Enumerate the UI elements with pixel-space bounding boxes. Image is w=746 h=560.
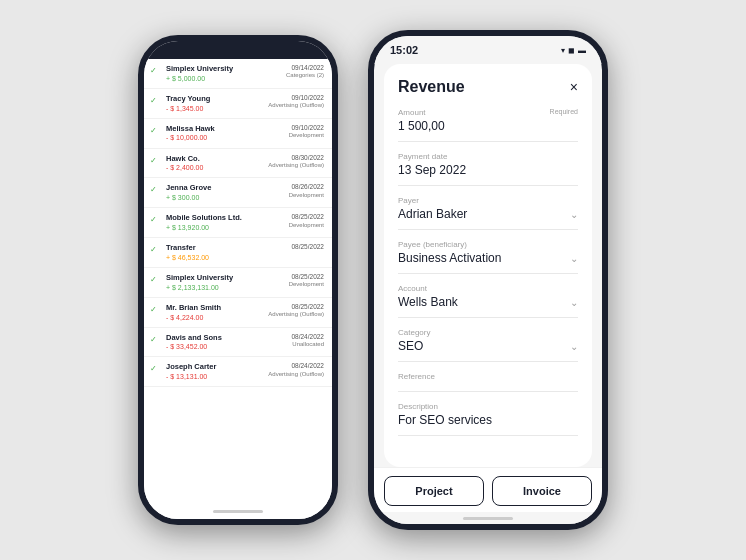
tx-amount: - $ 33,452.00 (166, 342, 287, 351)
tx-name: Davis and Sons (166, 333, 287, 343)
field-row: 13 Sep 2022 (398, 163, 578, 177)
tx-date: 08/26/2022 (289, 183, 324, 191)
field-row: Adrian Baker⌄ (398, 207, 578, 221)
transaction-item: ✓ Hawk Co. - $ 2,400.00 08/30/2022 Adver… (144, 149, 332, 179)
tx-date: 08/25/2022 (291, 243, 324, 251)
check-icon: ✓ (150, 305, 162, 314)
field-group[interactable]: CategorySEO⌄ (398, 328, 578, 362)
tx-right: 08/24/2022 Advertising (Outflow) (268, 362, 324, 378)
tx-info: Jenna Grove + $ 300.00 (166, 183, 285, 202)
required-label: Required (550, 108, 578, 115)
tx-date: 08/24/2022 (291, 333, 324, 341)
tx-info: Joseph Carter - $ 13,131.00 (166, 362, 264, 381)
field-group[interactable]: AmountRequired1 500,00 (398, 108, 578, 142)
home-bar-right (463, 517, 513, 520)
field-label: Payment date (398, 152, 578, 161)
tx-right: 09/14/2022 Categories (2) (286, 64, 324, 80)
wifi-icon: ▾ (561, 46, 565, 55)
field-row: Wells Bank⌄ (398, 295, 578, 309)
field-value: Business Activation (398, 251, 501, 265)
transaction-item: ✓ Melissa Hawk - $ 10,000.00 09/10/2022 … (144, 119, 332, 149)
field-group[interactable]: DescriptionFor SEO services (398, 402, 578, 436)
chevron-down-icon: ⌄ (570, 297, 578, 308)
tx-date: 09/14/2022 (286, 64, 324, 72)
field-value: Adrian Baker (398, 207, 467, 221)
tx-name: Melissa Hawk (166, 124, 285, 134)
transaction-item: ✓ Tracy Young - $ 1,345.00 09/10/2022 Ad… (144, 89, 332, 119)
tx-right: 08/24/2022 Unallocated (291, 333, 324, 349)
tx-category: Development (289, 192, 324, 200)
tx-info: Simplex University + $ 5,000.00 (166, 64, 282, 83)
tx-info: Mr. Brian Smith - $ 4,224.00 (166, 303, 264, 322)
tx-name: Transfer (166, 243, 287, 253)
tx-category: Development (289, 132, 324, 140)
tx-info: Transfer + $ 46,532.00 (166, 243, 287, 262)
field-group[interactable]: PayerAdrian Baker⌄ (398, 196, 578, 230)
tx-amount: - $ 13,131.00 (166, 372, 264, 381)
tx-category: Advertising (Outflow) (268, 102, 324, 110)
invoice-button[interactable]: Invoice (492, 476, 592, 506)
tx-right: 09/10/2022 Development (289, 124, 324, 140)
tx-info: Davis and Sons - $ 33,452.00 (166, 333, 287, 352)
tx-category: Categories (2) (286, 72, 324, 80)
field-row: 1 500,00 (398, 119, 578, 133)
left-home-indicator (144, 503, 332, 519)
field-label: Account (398, 284, 578, 293)
tx-info: Hawk Co. - $ 2,400.00 (166, 154, 264, 173)
check-icon: ✓ (150, 245, 162, 254)
project-button[interactable]: Project (384, 476, 484, 506)
tx-name: Mobile Solutions Ltd. (166, 213, 285, 223)
transaction-item: ✓ Transfer + $ 46,532.00 08/25/2022 (144, 238, 332, 268)
field-label: AmountRequired (398, 108, 578, 117)
field-group[interactable]: Payment date13 Sep 2022 (398, 152, 578, 186)
transaction-item: ✓ Mr. Brian Smith - $ 4,224.00 08/25/202… (144, 298, 332, 328)
tx-name: Joseph Carter (166, 362, 264, 372)
tx-info: Mobile Solutions Ltd. + $ 13,920.00 (166, 213, 285, 232)
transaction-item: ✓ Joseph Carter - $ 13,131.00 08/24/2022… (144, 357, 332, 387)
tx-amount: + $ 46,532.00 (166, 253, 287, 262)
tx-category: Advertising (Outflow) (268, 162, 324, 170)
field-value: SEO (398, 339, 423, 353)
field-label: Description (398, 402, 578, 411)
modal-header: Revenue × (398, 78, 578, 96)
field-row: Business Activation⌄ (398, 251, 578, 265)
tx-amount: + $ 300.00 (166, 193, 285, 202)
modal-fields: AmountRequired1 500,00Payment date13 Sep… (398, 108, 578, 436)
tx-info: Melissa Hawk - $ 10,000.00 (166, 124, 285, 143)
tx-date: 09/10/2022 (289, 124, 324, 132)
tx-name: Simplex University (166, 64, 282, 74)
tx-amount: + $ 13,920.00 (166, 223, 285, 232)
tx-name: Tracy Young (166, 94, 264, 104)
signal-icon: ◼ (568, 46, 575, 55)
tx-name: Mr. Brian Smith (166, 303, 264, 313)
tx-amount: - $ 2,400.00 (166, 163, 264, 172)
transaction-item: ✓ Jenna Grove + $ 300.00 08/26/2022 Deve… (144, 178, 332, 208)
field-group[interactable]: AccountWells Bank⌄ (398, 284, 578, 318)
tx-amount: - $ 10,000.00 (166, 133, 285, 142)
status-icons: ▾ ◼ ▬ (561, 46, 586, 55)
tx-amount: + $ 5,000.00 (166, 74, 282, 83)
field-group[interactable]: Reference (398, 372, 578, 392)
check-icon: ✓ (150, 335, 162, 344)
transaction-item: ✓ Simplex University + $ 2,133,131.00 08… (144, 268, 332, 298)
close-button[interactable]: × (570, 79, 578, 95)
tx-right: 08/25/2022 Development (289, 273, 324, 289)
field-label: Payer (398, 196, 578, 205)
field-group[interactable]: Payee (beneficiary)Business Activation⌄ (398, 240, 578, 274)
chevron-down-icon: ⌄ (570, 209, 578, 220)
tx-category: Advertising (Outflow) (268, 371, 324, 379)
field-value: 13 Sep 2022 (398, 163, 466, 177)
field-label: Reference (398, 372, 578, 381)
tx-info: Tracy Young - $ 1,345.00 (166, 94, 264, 113)
tx-date: 08/25/2022 (289, 273, 324, 281)
right-phone: 15:02 ▾ ◼ ▬ Revenue × AmountRequired1 50… (368, 30, 608, 530)
check-icon: ✓ (150, 126, 162, 135)
tx-category: Development (289, 222, 324, 230)
field-row: SEO⌄ (398, 339, 578, 353)
tx-date: 08/25/2022 (289, 213, 324, 221)
modal-footer: ProjectInvoice (374, 467, 602, 512)
tx-date: 08/24/2022 (268, 362, 324, 370)
tx-category: Advertising (Outflow) (268, 311, 324, 319)
chevron-down-icon: ⌄ (570, 253, 578, 264)
tx-category: Development (289, 281, 324, 289)
